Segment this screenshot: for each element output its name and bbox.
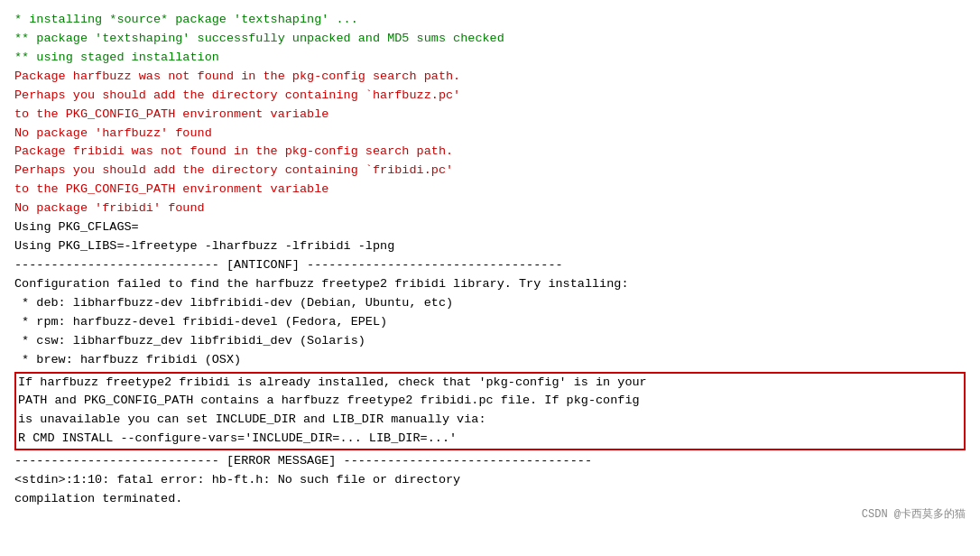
line10: to the PKG_CONFIG_PATH environment varia… xyxy=(14,181,966,199)
line8: Package fribidi was not found in the pkg… xyxy=(14,143,966,162)
line11: No package 'fribidi' found xyxy=(14,199,966,218)
line24: ---------------------------- [ERROR MESS… xyxy=(14,452,966,471)
line22: is unavailable you can set INCLUDE_DIR a… xyxy=(18,411,962,430)
line13: Using PKG_LIBS=-lfreetype -lharfbuzz -lf… xyxy=(14,237,966,256)
line5: Perhaps you should add the directory con… xyxy=(14,87,966,106)
line12: Using PKG_CFLAGS= xyxy=(14,218,966,237)
line2: ** package 'textshaping' successfully un… xyxy=(14,30,966,49)
line1: * installing *source* package 'textshapi… xyxy=(14,11,966,30)
line19: * brew: harfbuzz fribidi (OSX) xyxy=(14,351,966,370)
line21: PATH and PKG_CONFIG_PATH contains a harf… xyxy=(18,392,962,411)
highlighted-section: If harfbuzz freetype2 fribidi is already… xyxy=(14,372,966,451)
line23: R CMD INSTALL --configure-vars='INCLUDE_… xyxy=(18,430,962,449)
line4: Package harfbuzz was not found in the pk… xyxy=(14,68,966,87)
line7: No package 'harfbuzz' found xyxy=(14,125,966,144)
line6: to the PKG_CONFIG_PATH environment varia… xyxy=(14,106,966,125)
line18: * csw: libharfbuzz_dev libfribidi_dev (S… xyxy=(14,332,966,351)
line3: ** using staged installation xyxy=(14,49,966,68)
watermark: CSDN @卡西莫多的猫 xyxy=(862,506,966,524)
terminal-container: * installing *source* package 'textshapi… xyxy=(0,0,980,533)
terminal-output: * installing *source* package 'textshapi… xyxy=(14,11,966,509)
line16: * deb: libharfbuzz-dev libfribidi-dev (D… xyxy=(14,294,966,313)
line9: Perhaps you should add the directory con… xyxy=(14,162,966,181)
line17: * rpm: harfbuzz-devel fribidi-devel (Fed… xyxy=(14,313,966,332)
line26: compilation terminated. xyxy=(14,490,966,509)
line14: ---------------------------- [ANTICONF] … xyxy=(14,256,966,275)
line15: Configuration failed to find the harfbuz… xyxy=(14,275,966,294)
line25: <stdin>:1:10: fatal error: hb-ft.h: No s… xyxy=(14,471,966,490)
line20: If harfbuzz freetype2 fribidi is already… xyxy=(18,374,962,393)
